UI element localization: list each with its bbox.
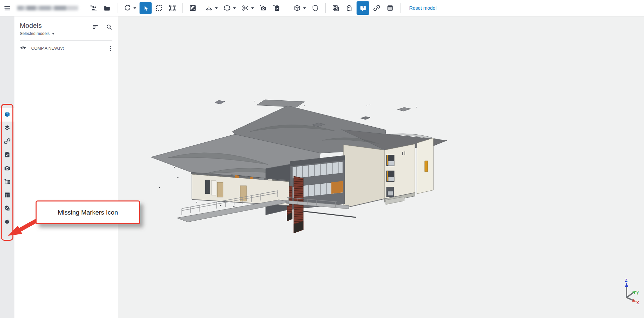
axis-y-label: Y: [636, 291, 639, 296]
measure-button[interactable]: x: [203, 2, 215, 14]
checklist-icon: [4, 151, 11, 160]
clash-check-icon: [4, 205, 11, 213]
toolbar-divider: [400, 3, 400, 13]
building-model: Z Y X: [118, 16, 644, 318]
marquee-select-icon: [155, 4, 163, 12]
orbit-icon: [124, 4, 131, 12]
revision-cloud-icon: [223, 4, 231, 12]
sort-icon[interactable]: [92, 24, 99, 30]
toolbar-divider: [325, 3, 326, 13]
menu-button[interactable]: [0, 2, 14, 14]
measure-icon: x: [205, 4, 213, 12]
hamburger-icon: [4, 5, 11, 12]
contrast-button[interactable]: [187, 2, 199, 14]
orbit-dropdown-caret[interactable]: [133, 7, 136, 9]
model-name: COMP A NEW.rvt: [31, 46, 108, 51]
app-root: x: [0, 0, 644, 318]
toolbar-divider: [117, 3, 117, 13]
cube-icon: [293, 4, 301, 12]
axis-x-label: X: [636, 301, 639, 305]
keypad-icon: [386, 4, 394, 12]
schedule-table-icon: [4, 191, 11, 200]
measure-dropdown-caret[interactable]: [215, 7, 218, 9]
issue-burst-icon: [4, 218, 11, 227]
strip-item-layers[interactable]: [0, 122, 14, 135]
polygon-select-icon: [169, 4, 176, 12]
folder-button[interactable]: [101, 2, 113, 14]
keypad-button[interactable]: [384, 2, 396, 14]
cursor-icon: [142, 5, 149, 12]
markup-cloud-button[interactable]: [221, 2, 233, 14]
strip-item-checklist[interactable]: [0, 148, 14, 162]
share-link-button[interactable]: [371, 2, 383, 14]
help-button[interactable]: ?: [357, 1, 369, 15]
strip-item-models[interactable]: [0, 108, 14, 122]
shield-icon: [312, 4, 319, 12]
toolbar-divider: [287, 3, 287, 13]
hierarchy-icon: [4, 178, 11, 186]
folder-icon: [103, 4, 111, 12]
section-button[interactable]: [239, 2, 251, 14]
selected-models-dropdown[interactable]: Selected models: [20, 31, 55, 36]
select-tool-button[interactable]: [140, 2, 152, 14]
model-row[interactable]: COMP A NEW.rvt: [14, 41, 118, 56]
camera-icon: [4, 165, 11, 173]
top-toolbar: x: [0, 0, 644, 16]
svg-text:x: x: [208, 5, 210, 8]
visibility-eye-icon[interactable]: [20, 44, 26, 52]
strip-item-snapshots[interactable]: [0, 162, 14, 175]
models-panel: Models Selected models: [14, 16, 118, 318]
reset-model-link[interactable]: Reset model: [409, 5, 436, 11]
selected-models-label: Selected models: [20, 31, 50, 36]
strip-item-links[interactable]: [0, 135, 14, 148]
view-cube-dropdown-caret[interactable]: [303, 7, 306, 9]
axis-gizmo: Z Y X: [625, 278, 639, 305]
help-pin-icon: ?: [359, 4, 367, 12]
models-panel-title: Models: [20, 22, 55, 30]
axis-z-label: Z: [625, 278, 627, 283]
project-title-blurred: [17, 6, 78, 10]
marquee-select-button[interactable]: [153, 2, 165, 14]
new-issue-button[interactable]: [271, 2, 283, 14]
strip-item-issues[interactable]: [0, 216, 14, 229]
contrast-icon: [189, 4, 197, 12]
section-dropdown-caret[interactable]: [251, 7, 254, 9]
view-cube-button[interactable]: [291, 2, 303, 14]
chevron-down-icon: [52, 33, 55, 35]
add-user-button[interactable]: [88, 2, 100, 14]
link-icon: [373, 4, 380, 12]
link-icon: [4, 138, 11, 146]
scissors-icon: [241, 4, 249, 12]
orbit-button[interactable]: [121, 2, 133, 14]
left-icon-strip: [0, 16, 14, 318]
strip-item-schedule[interactable]: [0, 189, 14, 202]
model-viewport[interactable]: Z Y X: [118, 16, 644, 318]
shield-button[interactable]: [309, 2, 321, 14]
camera-plus-icon: [260, 4, 267, 12]
strip-items: [0, 108, 14, 229]
ghost-button[interactable]: [343, 2, 355, 14]
clipboard-plus-icon: [273, 4, 280, 12]
model-cube-icon: [4, 111, 11, 119]
add-user-icon: [90, 4, 97, 12]
model-options-kebab[interactable]: [108, 45, 113, 52]
strip-item-hierarchy[interactable]: [0, 175, 14, 189]
views-stack-icon: [332, 4, 339, 12]
ghost-icon: [345, 4, 353, 12]
toolbar-divider: [182, 3, 183, 13]
svg-text:?: ?: [362, 6, 364, 10]
models-panel-header: Models Selected models: [14, 16, 118, 41]
search-icon[interactable]: [106, 24, 112, 30]
markup-dropdown-caret[interactable]: [233, 7, 236, 9]
strip-item-clash[interactable]: [0, 202, 14, 216]
snapshot-button[interactable]: [257, 2, 269, 14]
layers-icon: [4, 124, 11, 133]
polygon-select-button[interactable]: [166, 2, 178, 14]
saved-views-button[interactable]: [330, 2, 342, 14]
